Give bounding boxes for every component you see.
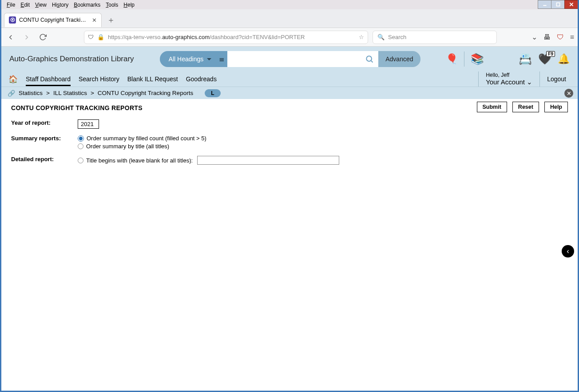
link-icon: 🔗 xyxy=(8,90,15,97)
catalog-search-button[interactable] xyxy=(361,51,378,67)
browser-search-field[interactable]: 🔍 Search xyxy=(373,31,497,44)
tab-title: CONTU Copyright Tracking Rep xyxy=(19,17,89,23)
favorites-icon[interactable]: 🖤F9 xyxy=(538,53,551,65)
breadcrumb-close-icon[interactable]: ✕ xyxy=(564,89,573,98)
shield-icon: 🛡 xyxy=(88,34,94,40)
menu-help[interactable]: Help xyxy=(121,1,137,9)
nav-goodreads[interactable]: Goodreads xyxy=(186,75,217,83)
summary-option-filled[interactable]: Order summary by filled count (filled co… xyxy=(78,135,206,142)
chevron-down-icon: ⌄ xyxy=(527,78,532,86)
category-label: All Headings xyxy=(169,55,204,63)
advanced-search-button[interactable]: Advanced xyxy=(378,51,420,67)
reset-button[interactable]: Reset xyxy=(512,102,539,112)
nav-blank-ill-request[interactable]: Blank ILL Request xyxy=(127,75,178,83)
nav-search-history[interactable]: Search History xyxy=(79,75,119,83)
breadcrumb: 🔗 Statistics > ILL Statistics > CONTU Co… xyxy=(1,87,578,99)
help-button[interactable]: Help xyxy=(544,102,568,112)
minimize-button[interactable] xyxy=(538,0,551,9)
menu-history[interactable]: History xyxy=(49,1,71,9)
tab-close-icon[interactable]: ✕ xyxy=(92,17,97,24)
svg-point-4 xyxy=(367,56,372,61)
search-icon: 🔍 xyxy=(377,34,385,40)
menu-edit[interactable]: Edit xyxy=(18,1,32,9)
nav-staff-dashboard[interactable]: Staff Dashboard xyxy=(26,75,71,83)
year-input[interactable] xyxy=(78,119,99,129)
bell-icon[interactable]: 🔔 xyxy=(558,53,570,65)
menu-file[interactable]: File xyxy=(4,1,18,9)
logout-link[interactable]: Logout xyxy=(547,75,566,83)
balloon-icon[interactable]: 🎈 xyxy=(446,53,458,65)
url-text: https://qa-tenv-verso.auto-graphics.com/… xyxy=(108,34,305,40)
back-button[interactable] xyxy=(5,32,16,43)
summary-label: Summary reports: xyxy=(11,135,78,142)
menu-bookmarks[interactable]: Bookmarks xyxy=(71,1,103,9)
search-placeholder: Search xyxy=(388,34,406,40)
radio-title-begins[interactable] xyxy=(78,158,83,163)
account-dropdown[interactable]: Hello, Jeff Your Account ⌄ xyxy=(486,72,532,86)
page-content: CONTU COPYRIGHT TRACKING REPORTS Submit … xyxy=(1,99,578,175)
submit-button[interactable]: Submit xyxy=(477,102,507,112)
app-header: Auto-Graphics Demonstration Library All … xyxy=(1,47,578,71)
radio-filled-count[interactable] xyxy=(78,135,84,142)
new-tab-button[interactable]: ＋ xyxy=(104,13,118,27)
radio-by-title[interactable] xyxy=(78,143,83,149)
forward-button[interactable] xyxy=(21,32,32,43)
favicon-icon: ⦿ xyxy=(9,16,16,24)
library-title: Auto-Graphics Demonstration Library xyxy=(9,55,134,63)
list-icon[interactable]: 📇 xyxy=(519,53,532,65)
bookmark-star-icon[interactable]: ☆ xyxy=(359,34,364,40)
catalog-search-input[interactable] xyxy=(227,51,361,67)
svg-line-5 xyxy=(371,61,373,63)
chevron-down-icon xyxy=(207,58,211,60)
menu-view[interactable]: View xyxy=(32,1,49,9)
menu-tools[interactable]: Tools xyxy=(103,1,121,9)
title-begins-input[interactable] xyxy=(197,156,339,165)
app-nav: 🏠 Staff Dashboard Search History Blank I… xyxy=(1,71,578,87)
summary-option-title[interactable]: Order summary by title (all titles) xyxy=(78,143,206,150)
catalog-search: All Headings ≣ Advanced xyxy=(160,51,420,67)
search-category-dropdown[interactable]: All Headings xyxy=(160,51,216,67)
greeting-text: Hello, Jeff xyxy=(486,72,532,78)
pocket-icon[interactable]: ⌄ xyxy=(531,33,537,41)
favorites-badge: F9 xyxy=(546,51,555,57)
os-menubar: File Edit View History Bookmarks Tools H… xyxy=(1,0,578,9)
crumb-current: CONTU Copyright Tracking Reports xyxy=(98,90,193,96)
close-button[interactable] xyxy=(564,0,578,9)
collapse-panel-button[interactable]: ‹ xyxy=(562,245,574,257)
reload-button[interactable] xyxy=(37,32,48,43)
detailed-label: Detailed report: xyxy=(11,156,78,162)
hamburger-menu-icon[interactable]: ≡ xyxy=(570,33,574,41)
print-icon[interactable]: 🖶 xyxy=(543,33,551,41)
account-label: Your Account xyxy=(486,78,525,86)
extension-icon[interactable]: 🛡 xyxy=(557,33,564,41)
url-field[interactable]: 🛡 🔒 https://qa-tenv-verso.auto-graphics.… xyxy=(84,31,368,44)
browser-tab[interactable]: ⦿ CONTU Copyright Tracking Rep ✕ xyxy=(4,13,102,27)
year-label: Year of report: xyxy=(11,119,78,126)
database-search-icon[interactable]: 📚 xyxy=(471,53,484,65)
crumb-ill-statistics[interactable]: ILL Statistics xyxy=(53,90,87,96)
svg-rect-1 xyxy=(556,3,559,6)
browser-toolbar: 🛡 🔒 https://qa-tenv-verso.auto-graphics.… xyxy=(1,28,578,47)
maximize-button[interactable] xyxy=(551,0,564,9)
crumb-chip[interactable]: L xyxy=(205,89,220,97)
home-icon[interactable]: 🏠 xyxy=(8,75,18,84)
database-icon[interactable]: ≣ xyxy=(216,51,227,67)
detailed-option-title-begins[interactable]: Title begins with (leave blank for all t… xyxy=(78,156,339,165)
lock-icon: 🔒 xyxy=(97,34,104,40)
browser-tabstrip: ⦿ CONTU Copyright Tracking Rep ✕ ＋ xyxy=(1,9,578,28)
crumb-statistics[interactable]: Statistics xyxy=(19,90,43,96)
